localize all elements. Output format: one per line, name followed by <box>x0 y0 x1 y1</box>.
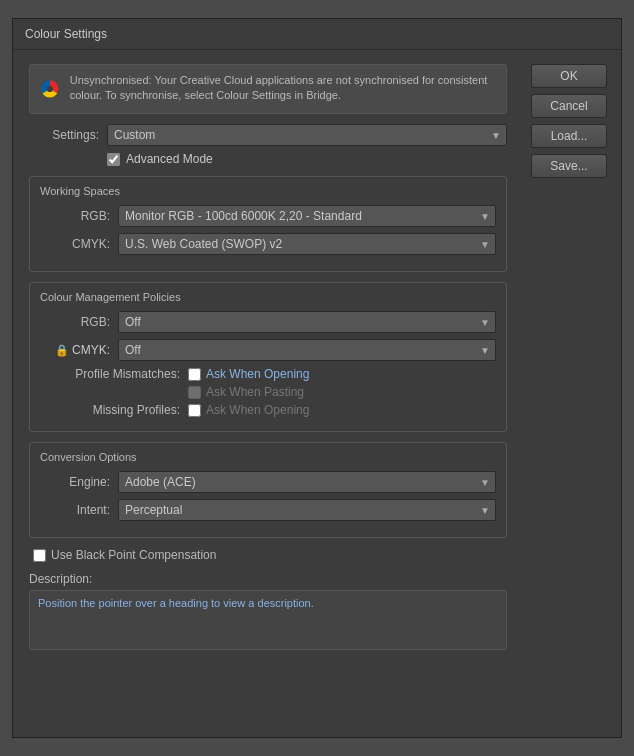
engine-select[interactable]: Adobe (ACE) <box>118 471 496 493</box>
colour-management-title: Colour Management Policies <box>40 291 496 303</box>
settings-select[interactable]: Custom <box>107 124 507 146</box>
cmyk-label: CMYK: <box>40 237 110 251</box>
rgb-label: RGB: <box>40 209 110 223</box>
description-box: Position the pointer over a heading to v… <box>29 590 507 650</box>
conversion-options-title: Conversion Options <box>40 451 496 463</box>
missing-ask-when-opening-row: Ask When Opening <box>188 403 309 417</box>
rgb-field-row: RGB: Monitor RGB - 100cd 6000K 2,20 - St… <box>40 205 496 227</box>
intent-field-row: Intent: Perceptual ▼ <box>40 499 496 521</box>
cm-cmyk-select[interactable]: Off <box>118 339 496 361</box>
cm-rgb-select[interactable]: Off <box>118 311 496 333</box>
description-section: Description: Position the pointer over a… <box>29 572 507 650</box>
cmyk-field-row: CMYK: U.S. Web Coated (SWOP) v2 ▼ <box>40 233 496 255</box>
cm-rgb-label: RGB: <box>40 315 110 329</box>
lock-icon: 🔒 <box>55 344 69 357</box>
engine-select-wrapper: Adobe (ACE) ▼ <box>118 471 496 493</box>
rgb-select-wrapper: Monitor RGB - 100cd 6000K 2,20 - Standar… <box>118 205 496 227</box>
ask-when-opening-checkbox[interactable] <box>188 368 201 381</box>
profile-mismatches-row: Profile Mismatches: Ask When Opening <box>40 367 496 381</box>
advanced-mode-checkbox[interactable] <box>107 153 120 166</box>
cm-rgb-select-wrapper: Off ▼ <box>118 311 496 333</box>
profile-mismatches-label: Profile Mismatches: <box>50 367 180 381</box>
warning-text: Unsynchronised: Your Creative Cloud appl… <box>70 73 496 104</box>
cm-cmyk-select-wrapper: Off ▼ <box>118 339 496 361</box>
engine-field-row: Engine: Adobe (ACE) ▼ <box>40 471 496 493</box>
ask-when-pasting-label: Ask When Pasting <box>206 385 304 399</box>
sidebar-buttons: OK Cancel Load... Save... <box>523 60 621 727</box>
cm-cmyk-field-row: 🔒 CMYK: Off ▼ <box>40 339 496 361</box>
cmyk-select[interactable]: U.S. Web Coated (SWOP) v2 <box>118 233 496 255</box>
working-spaces-section: Working Spaces RGB: Monitor RGB - 100cd … <box>29 176 507 272</box>
titlebar: Colour Settings <box>13 19 621 50</box>
warning-box: Unsynchronised: Your Creative Cloud appl… <box>29 64 507 114</box>
engine-label: Engine: <box>40 475 110 489</box>
advanced-mode-label[interactable]: Advanced Mode <box>126 152 213 166</box>
save-button[interactable]: Save... <box>531 154 607 178</box>
intent-select-wrapper: Perceptual ▼ <box>118 499 496 521</box>
description-placeholder: Position the pointer over a heading to v… <box>38 597 314 609</box>
settings-select-wrapper: Custom ▼ <box>107 124 507 146</box>
main-content: Unsynchronised: Your Creative Cloud appl… <box>13 60 523 727</box>
rgb-select[interactable]: Monitor RGB - 100cd 6000K 2,20 - Standar… <box>118 205 496 227</box>
intent-select[interactable]: Perceptual <box>118 499 496 521</box>
ask-when-opening-label[interactable]: Ask When Opening <box>206 367 309 381</box>
ok-button[interactable]: OK <box>531 64 607 88</box>
ask-when-pasting-checkbox[interactable] <box>188 386 201 399</box>
ask-when-pasting-checkbox-row: Ask When Pasting <box>188 385 304 399</box>
black-point-label[interactable]: Use Black Point Compensation <box>51 548 216 562</box>
advanced-mode-row: Advanced Mode <box>107 152 507 166</box>
adobe-icon <box>40 73 60 105</box>
working-spaces-title: Working Spaces <box>40 185 496 197</box>
cm-rgb-field-row: RGB: Off ▼ <box>40 311 496 333</box>
ask-when-opening-row: Ask When Opening <box>188 367 309 381</box>
cancel-button[interactable]: Cancel <box>531 94 607 118</box>
missing-ask-when-opening-label: Ask When Opening <box>206 403 309 417</box>
ask-when-pasting-row: Ask When Pasting <box>40 385 496 399</box>
missing-profiles-label: Missing Profiles: <box>50 403 180 417</box>
dialog-title: Colour Settings <box>25 27 107 41</box>
black-point-row: Use Black Point Compensation <box>29 548 507 562</box>
cm-cmyk-label: CMYK: <box>72 343 110 357</box>
intent-label: Intent: <box>40 503 110 517</box>
missing-ask-when-opening-checkbox[interactable] <box>188 404 201 417</box>
load-button[interactable]: Load... <box>531 124 607 148</box>
cm-cmyk-label-container: 🔒 CMYK: <box>40 343 110 357</box>
description-label: Description: <box>29 572 507 586</box>
settings-row: Settings: Custom ▼ <box>29 124 507 146</box>
colour-settings-dialog: Colour Settings Unsynchronised: Your Cre… <box>12 18 622 738</box>
colour-management-section: Colour Management Policies RGB: Off ▼ 🔒 … <box>29 282 507 432</box>
conversion-options-section: Conversion Options Engine: Adobe (ACE) ▼… <box>29 442 507 538</box>
svg-point-1 <box>47 86 53 92</box>
settings-label: Settings: <box>29 128 99 142</box>
black-point-checkbox[interactable] <box>33 549 46 562</box>
cmyk-select-wrapper: U.S. Web Coated (SWOP) v2 ▼ <box>118 233 496 255</box>
missing-profiles-row: Missing Profiles: Ask When Opening <box>40 403 496 417</box>
